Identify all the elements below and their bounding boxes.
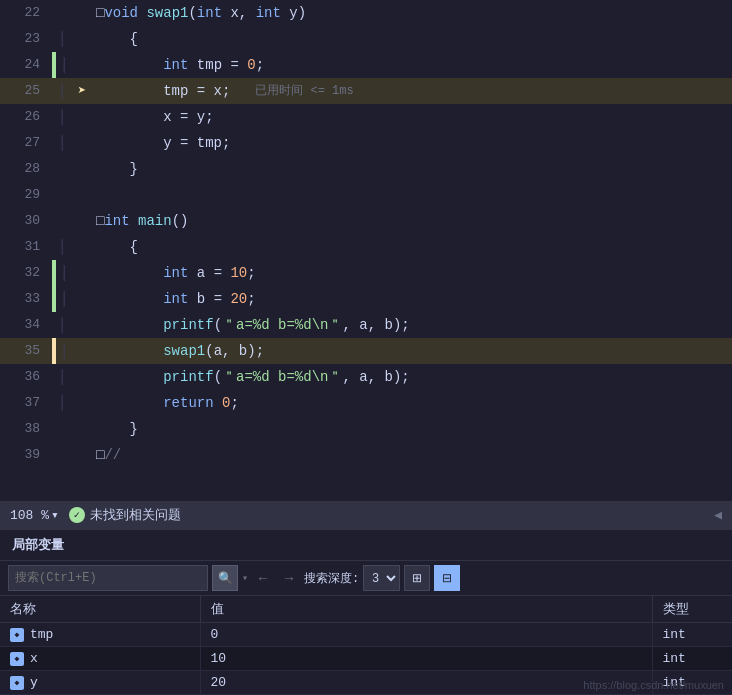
line-num-27: 27 (0, 130, 52, 156)
status-bar: 108 % ▾ ✓ 未找到相关问题 ◀ (0, 501, 732, 529)
dropdown-arrow-icon[interactable]: ▾ (242, 572, 248, 584)
code-line-31: 31 │ { (0, 234, 732, 260)
code-content-36: printf(＂a=%d b=%d\n＂, a, b); (92, 364, 732, 390)
table-row: ◆tmp0int (0, 623, 732, 647)
code-line-35: 35 │ swap1(a, b); (0, 338, 732, 364)
col-header-name: 名称 (0, 596, 200, 623)
line-num-26: 26 (0, 104, 52, 130)
zoom-dropdown-icon[interactable]: ▾ (51, 507, 59, 523)
code-content-25: tmp = x; 已用时间 <= 1ms (92, 78, 732, 104)
locals-table-wrapper: 名称 值 类型 ◆tmp0int◆x10int◆y20int https://b… (0, 596, 732, 695)
locals-title: 局部变量 (12, 538, 64, 553)
code-line-34: 34 │ printf(＂a=%d b=%d\n＂, a, b); (0, 312, 732, 338)
code-line-39: 39 □// (0, 442, 732, 468)
code-content-32: int a = 10; (92, 260, 732, 286)
line-num-31: 31 (0, 234, 52, 260)
var-name-cell: ◆x (0, 647, 200, 671)
arrow-25: ➤ (72, 78, 92, 104)
var-icon: ◆ (10, 628, 24, 642)
code-content-38: } (92, 416, 732, 442)
line-num-29: 29 (0, 182, 52, 208)
code-content-24: int tmp = 0; (92, 52, 732, 78)
code-line-25: 25 │ ➤ tmp = x; 已用时间 <= 1ms (0, 78, 732, 104)
code-line-23: 23 │ { (0, 26, 732, 52)
gutter-32: │ (52, 260, 72, 286)
gutter-24: │ (52, 52, 72, 78)
gutter-33: │ (52, 286, 72, 312)
line-num-39: 39 (0, 442, 52, 468)
code-container: 22 □void swap1(int x, int y) 23 │ { 24 │… (0, 0, 732, 501)
code-line-30: 30 □int main() (0, 208, 732, 234)
table-view-button[interactable]: ⊟ (434, 565, 460, 591)
depth-label: 搜索深度: (304, 570, 359, 587)
code-content-35: swap1(a, b); (92, 338, 732, 364)
editor-area: 22 □void swap1(int x, int y) 23 │ { 24 │… (0, 0, 732, 501)
gutter-36: │ (52, 364, 72, 390)
gutter-25: │ (52, 78, 72, 104)
gutter-23: │ (52, 26, 72, 52)
depth-select[interactable]: 3 1 2 4 5 (363, 565, 400, 591)
code-content-31: { (92, 234, 732, 260)
code-line-38: 38 } (0, 416, 732, 442)
scroll-arrow[interactable]: ◀ (714, 507, 722, 523)
status-ok-indicator: ✓ 未找到相关问题 (69, 506, 181, 524)
code-line-24: 24 │ int tmp = 0; (0, 52, 732, 78)
gutter-26: │ (52, 104, 72, 130)
line-num-28: 28 (0, 156, 52, 182)
gutter-34: │ (52, 312, 72, 338)
var-name: y (30, 675, 38, 690)
code-line-33: 33 │ int b = 20; (0, 286, 732, 312)
code-line-32: 32 │ int a = 10; (0, 260, 732, 286)
zoom-value: 108 % (10, 508, 49, 523)
code-content-27: y = tmp; (92, 130, 732, 156)
zoom-control[interactable]: 108 % ▾ (10, 507, 59, 523)
var-type-cell: int (652, 647, 732, 671)
code-line-22: 22 □void swap1(int x, int y) (0, 0, 732, 26)
line-num-23: 23 (0, 26, 52, 52)
nav-forward-button[interactable]: → (278, 567, 300, 589)
var-name-cell: ◆tmp (0, 623, 200, 647)
code-line-29: 29 (0, 182, 732, 208)
watermark: https://blog.csdn.net/muxuen (583, 679, 724, 691)
code-content-39: □// (92, 442, 732, 468)
gutter-37: │ (52, 390, 72, 416)
code-content-23: { (92, 26, 732, 52)
locals-header: 局部变量 (0, 530, 732, 561)
line-num-36: 36 (0, 364, 52, 390)
var-icon: ◆ (10, 676, 24, 690)
code-content-30: □int main() (92, 208, 732, 234)
line-num-35: 35 (0, 338, 52, 364)
line-num-25: 25 (0, 78, 52, 104)
search-icon-button[interactable]: 🔍 (212, 565, 238, 591)
code-content-34: printf(＂a=%d b=%d\n＂, a, b); (92, 312, 732, 338)
locals-panel: 局部变量 🔍 ▾ ← → 搜索深度: 3 1 2 4 5 ⊞ ⊟ 名称 值 类型 (0, 529, 732, 695)
code-content-37: return 0; (92, 390, 732, 416)
var-type-cell: int (652, 623, 732, 647)
status-text: 未找到相关问题 (90, 506, 181, 524)
code-line-36: 36 │ printf(＂a=%d b=%d\n＂, a, b); (0, 364, 732, 390)
code-line-37: 37 │ return 0; (0, 390, 732, 416)
code-content-26: x = y; (92, 104, 732, 130)
table-row: ◆x10int (0, 647, 732, 671)
gutter-35: │ (52, 338, 72, 364)
ok-icon: ✓ (69, 507, 85, 523)
line-num-37: 37 (0, 390, 52, 416)
nav-back-button[interactable]: ← (252, 567, 274, 589)
code-line-28: 28 } (0, 156, 732, 182)
gutter-31: │ (52, 234, 72, 260)
locals-toolbar: 🔍 ▾ ← → 搜索深度: 3 1 2 4 5 ⊞ ⊟ (0, 561, 732, 596)
line-num-24: 24 (0, 52, 52, 78)
line-num-30: 30 (0, 208, 52, 234)
code-content-22: □void swap1(int x, int y) (92, 0, 732, 26)
code-content-28: } (92, 156, 732, 182)
var-name: x (30, 651, 38, 666)
filter-button[interactable]: ⊞ (404, 565, 430, 591)
col-header-value: 值 (200, 596, 652, 623)
var-name-cell: ◆y (0, 671, 200, 695)
code-line-27: 27 │ y = tmp; (0, 130, 732, 156)
col-header-type: 类型 (652, 596, 732, 623)
line-num-33: 33 (0, 286, 52, 312)
search-input[interactable] (15, 571, 201, 585)
search-box[interactable] (8, 565, 208, 591)
line-num-34: 34 (0, 312, 52, 338)
